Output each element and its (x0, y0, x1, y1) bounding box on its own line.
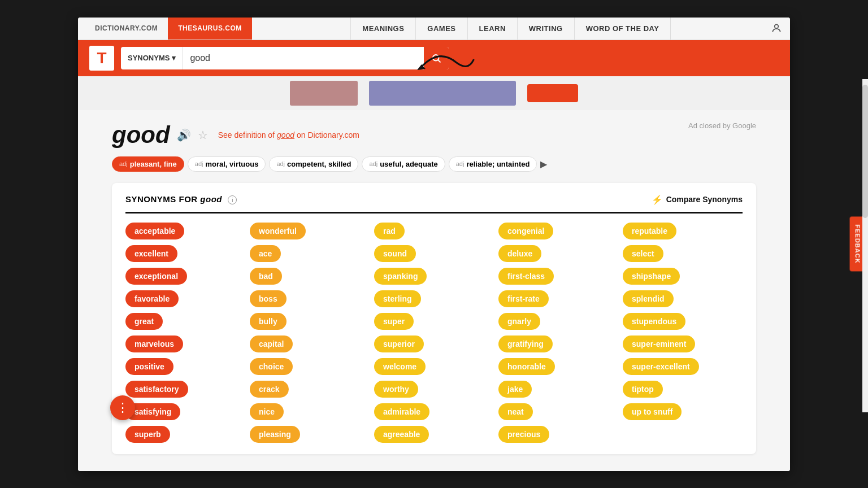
dict-link-word: good (277, 130, 294, 140)
syn-tag-spanking[interactable]: spanking (374, 268, 427, 285)
synonyms-column-2: wonderful ace bad boss bully capital cho… (250, 223, 370, 443)
syn-tag-deluxe[interactable]: deluxe (498, 245, 541, 262)
syn-tag-favorable[interactable]: favorable (125, 290, 179, 307)
thesaurus-tab[interactable]: THESAURUS.COM (168, 18, 252, 40)
adj-text-1: pleasant, fine (130, 160, 177, 168)
syn-tag-first-class[interactable]: first-class (498, 268, 554, 285)
syn-tag-precious[interactable]: precious (498, 426, 549, 443)
dictionary-tab[interactable]: DICTIONARY.COM (85, 18, 168, 40)
learn-menu-item[interactable]: LEARN (468, 18, 518, 40)
syn-tag-tiptop[interactable]: tiptop (623, 381, 663, 398)
syn-tag-up-to-snuff[interactable]: up to snuff (623, 403, 682, 420)
syn-tag-boss[interactable]: boss (250, 290, 287, 307)
syn-tag-stupendous[interactable]: stupendous (623, 313, 685, 330)
syn-tag-choice[interactable]: choice (250, 358, 293, 375)
chevron-down-icon: ▾ (172, 54, 176, 62)
synonyms-column-1: acceptable excellent exceptional favorab… (125, 223, 245, 443)
syn-tag-welcome[interactable]: welcome (374, 358, 426, 375)
header: T SYNONYMS ▾ (78, 40, 790, 76)
syn-tag-crack[interactable]: crack (250, 381, 289, 398)
word-header: good 🔊 ☆ See definition of good on Dicti… (112, 121, 756, 149)
dictionary-link[interactable]: See definition of good on Dictionary.com (218, 130, 359, 140)
synonyms-column-5: reputable select shipshape splendid stup… (623, 223, 743, 443)
syn-tag-neat[interactable]: neat (498, 403, 533, 420)
speaker-icon[interactable]: 🔊 (177, 128, 191, 142)
info-icon[interactable]: i (228, 195, 237, 204)
syn-tag-agreeable[interactable]: agreeable (374, 426, 429, 443)
syn-tag-excellent[interactable]: excellent (125, 245, 177, 262)
adj-tab-moral[interactable]: adj moral, virtuous (188, 156, 266, 172)
adj-next-arrow[interactable]: ▶ (540, 159, 547, 169)
syn-tag-positive[interactable]: positive (125, 358, 173, 375)
syn-tag-congenial[interactable]: congenial (498, 223, 553, 239)
search-type-label: SYNONYMS (128, 54, 170, 62)
synonyms-section: SYNONYMS FOR good i ⚡ Compare Synonyms a… (112, 183, 756, 454)
ad-cta (527, 84, 578, 102)
syn-tag-bad[interactable]: bad (250, 268, 282, 285)
adj-text-3: competent, skilled (287, 160, 351, 168)
adj-text-4: useful, adequate (380, 160, 438, 168)
browser-window: DICTIONARY.COM THESAURUS.COM MEANINGS GA… (78, 18, 790, 471)
games-menu-item[interactable]: GAMES (416, 18, 467, 40)
word-of-day-menu-item[interactable]: WORD OF THE DAY (575, 18, 671, 40)
syn-tag-jake[interactable]: jake (498, 381, 532, 398)
syn-tag-marvelous[interactable]: marvelous (125, 336, 183, 352)
adj-tab-useful[interactable]: adj useful, adequate (362, 156, 445, 172)
adj-label-4: adj (369, 160, 377, 167)
syn-tag-nice[interactable]: nice (250, 403, 284, 420)
adj-label-5: adj (456, 160, 465, 167)
svg-point-0 (775, 24, 779, 28)
compare-synonyms-button[interactable]: ⚡ Compare Synonyms (652, 194, 743, 205)
star-icon[interactable]: ☆ (198, 128, 208, 142)
syn-tag-superb[interactable]: superb (125, 426, 170, 443)
adj-tabs: adj pleasant, fine adj moral, virtuous a… (112, 156, 756, 172)
syn-tag-gnarly[interactable]: gnarly (498, 313, 540, 330)
synonyms-column-3: rad sound spanking sterling super superi… (374, 223, 494, 443)
syn-tag-reputable[interactable]: reputable (623, 223, 676, 239)
adj-tab-pleasant[interactable]: adj pleasant, fine (112, 156, 184, 172)
syn-tag-pleasing[interactable]: pleasing (250, 426, 300, 443)
syn-tag-bully[interactable]: bully (250, 313, 287, 330)
search-input[interactable] (183, 53, 424, 63)
syn-tag-select[interactable]: select (623, 245, 663, 262)
synonyms-column-4: congenial deluxe first-class first-rate … (498, 223, 618, 443)
syn-tag-honorable[interactable]: honorable (498, 358, 555, 375)
syn-tag-gratifying[interactable]: gratifying (498, 336, 553, 352)
syn-tag-ace[interactable]: ace (250, 245, 281, 262)
syn-tag-satisfactory[interactable]: satisfactory (125, 381, 188, 398)
writing-menu-item[interactable]: WRITING (518, 18, 575, 40)
adj-label-2: adj (195, 160, 203, 167)
syn-tag-worthy[interactable]: worthy (374, 381, 418, 398)
search-bar: SYNONYMS ▾ (121, 47, 449, 69)
user-icon[interactable] (770, 21, 783, 35)
adj-text-5: reliable; untainted (466, 160, 530, 168)
search-button[interactable] (424, 47, 449, 69)
syn-tag-super-eminent[interactable]: super-eminent (623, 336, 695, 352)
syn-tag-acceptable[interactable]: acceptable (125, 223, 184, 239)
adj-tab-competent[interactable]: adj competent, skilled (269, 156, 358, 172)
nav-bar: DICTIONARY.COM THESAURUS.COM MEANINGS GA… (78, 18, 790, 40)
syn-tag-exceptional[interactable]: exceptional (125, 268, 187, 285)
syn-tag-rad[interactable]: rad (374, 223, 405, 239)
syn-tag-superior[interactable]: superior (374, 336, 424, 352)
meanings-menu-item[interactable]: MEANINGS (350, 18, 416, 40)
adj-label-1: adj (119, 160, 128, 167)
logo[interactable]: T (89, 46, 114, 71)
syn-tag-great[interactable]: great (125, 313, 163, 330)
syn-tag-splendid[interactable]: splendid (623, 290, 674, 307)
syn-tag-admirable[interactable]: admirable (374, 403, 429, 420)
adj-tab-reliable[interactable]: adj reliable; untainted (449, 156, 537, 172)
syn-tag-sterling[interactable]: sterling (374, 290, 421, 307)
ad-banner (369, 81, 516, 106)
svg-point-1 (433, 55, 439, 61)
adj-text-2: moral, virtuous (205, 160, 258, 168)
search-type-dropdown[interactable]: SYNONYMS ▾ (121, 47, 183, 69)
syn-tag-sound[interactable]: sound (374, 245, 416, 262)
syn-tag-super[interactable]: super (374, 313, 414, 330)
syn-tag-first-rate[interactable]: first-rate (498, 290, 549, 307)
syn-tag-capital[interactable]: capital (250, 336, 293, 352)
syn-tag-wonderful[interactable]: wonderful (250, 223, 306, 239)
syn-tag-shipshape[interactable]: shipshape (623, 268, 680, 285)
floating-action-button[interactable]: ⋮ (110, 395, 135, 420)
syn-tag-super-excellent[interactable]: super-excellent (623, 358, 699, 375)
